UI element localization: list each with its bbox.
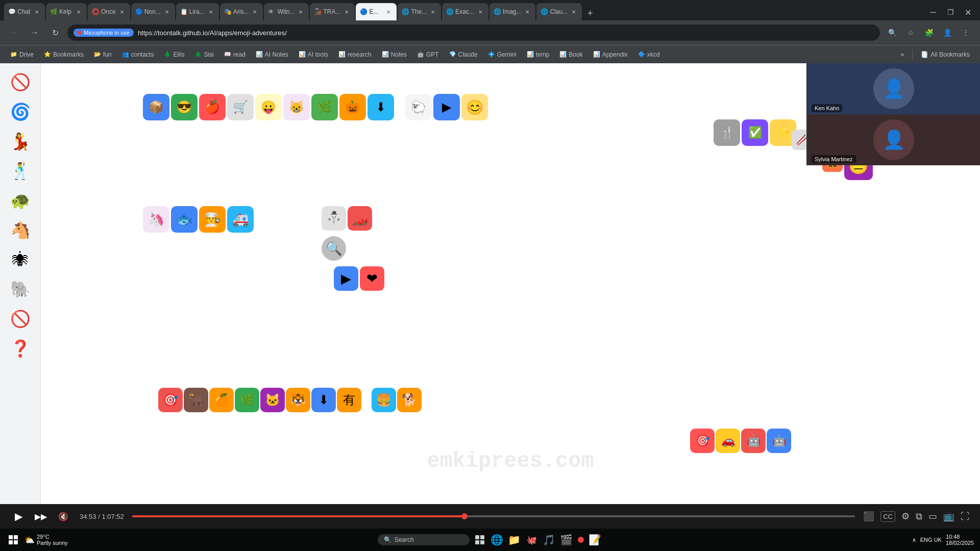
bookmark-read[interactable]: 📖 read	[220, 49, 250, 60]
app-icon-8[interactable]: 🎃	[339, 94, 366, 120]
taskbar-music[interactable]: 🎵	[542, 533, 556, 547]
mute-button[interactable]: 🔇	[55, 508, 71, 524]
bookmark-fun[interactable]: 📂 fun	[90, 49, 116, 60]
tab-aris[interactable]: 🎭 Aris... ✕	[220, 3, 263, 20]
app-icon-b9[interactable]: 🍔	[372, 388, 396, 412]
cc-button[interactable]: CC	[880, 511, 895, 522]
sidebar-elephant-icon[interactable]: 🐘	[8, 277, 33, 302]
app-icon-ur2[interactable]: ✅	[742, 119, 768, 146]
tab-imag[interactable]: 🌐 Imag... ✕	[489, 3, 536, 20]
taskbar-github[interactable]: 🐙	[525, 533, 539, 547]
app-icon-4[interactable]: 🛒	[227, 94, 254, 120]
back-button[interactable]: ←	[6, 24, 22, 41]
bookmark-book[interactable]: 📊 Book	[555, 49, 586, 60]
bookmark-notes[interactable]: 📊 Notes	[378, 49, 411, 60]
app-icon-b1[interactable]: 🎯	[158, 388, 183, 412]
app-icon-b3[interactable]: 🍊	[209, 388, 234, 412]
app-icon-ur1[interactable]: 🍴	[714, 119, 740, 146]
app-icon-ml4[interactable]: 🚑	[227, 206, 254, 233]
bookmark-research[interactable]: 📊 research	[334, 49, 376, 60]
weather-widget[interactable]: ⛅ 29°C Partly sunny	[24, 534, 68, 546]
bookmark-bookmarks[interactable]: ⭐ Bookmarks	[40, 49, 88, 60]
app-icon-b10[interactable]: 🐕	[397, 388, 422, 412]
app-icon-6[interactable]: 😸	[283, 94, 310, 120]
app-icon-3[interactable]: 🍎	[199, 94, 226, 120]
sidebar-dancer2-icon[interactable]: 🕺	[8, 158, 33, 184]
tab-close-clau[interactable]: ✕	[570, 8, 578, 16]
theater-button[interactable]: ▭	[928, 511, 937, 522]
progress-bar[interactable]	[132, 515, 855, 517]
app-icon-b2[interactable]: 🐂	[184, 388, 208, 412]
bookmark-sisi[interactable]: 🌲 Sisi	[190, 49, 217, 60]
tab-close-imag[interactable]: ✕	[523, 8, 531, 16]
web-content[interactable]: 📦 😎 🍎 🛒 😛 😸 🌿 🎃 ⬇ 🐑 ▶ 😊 🍴	[41, 63, 980, 504]
tab-close-tra[interactable]: ✕	[342, 8, 351, 16]
sidebar-turtle-icon[interactable]: 🐢	[8, 188, 33, 213]
app-icon-br4[interactable]: 🤖	[767, 429, 791, 453]
bookmarks-overflow-button[interactable]: »	[897, 49, 909, 60]
taskbar-explorer[interactable]: 📁	[507, 533, 522, 547]
bookmark-claude[interactable]: 💎 Claude	[445, 49, 482, 60]
app-icon-mc2[interactable]: 🏎️	[348, 206, 372, 231]
bookmark-ellis[interactable]: 🌲 Ellis	[160, 49, 188, 60]
address-bar[interactable]: Microphone in use https://toontalk.githu…	[67, 24, 880, 41]
app-icon-b6[interactable]: 🐯	[286, 388, 310, 412]
close-button[interactable]: ✕	[960, 4, 976, 20]
tab-active-e[interactable]: 🔵 E... ✕	[356, 3, 397, 20]
tab-close-lira[interactable]: ✕	[207, 8, 215, 16]
app-icon-mc4[interactable]: ▶	[334, 266, 358, 291]
tab-witn[interactable]: 👁 Witn... ✕	[264, 3, 309, 20]
sidebar-question-icon[interactable]: ❓	[8, 336, 33, 361]
fullscreen-button[interactable]: ⛶	[961, 511, 970, 522]
app-icon-11[interactable]: ▶	[433, 94, 460, 120]
task-view-button[interactable]	[473, 533, 487, 547]
app-icon-mc5[interactable]: ❤	[360, 266, 384, 291]
settings-media-button[interactable]: ⚙	[901, 511, 910, 522]
app-icon-9[interactable]: ⬇	[368, 94, 394, 120]
extension-icon[interactable]: 🧩	[921, 24, 937, 41]
app-icon-br2[interactable]: 🚗	[716, 429, 740, 453]
bookmark-temp[interactable]: 📊 temp	[523, 49, 554, 60]
play-button[interactable]: ▶	[10, 508, 27, 524]
pip-button[interactable]: ⧉	[916, 511, 922, 522]
sidebar-no-icon[interactable]: 🚫	[8, 69, 33, 95]
tab-close-e[interactable]: ✕	[384, 8, 393, 16]
bookmark-contacts[interactable]: 👥 contacts	[118, 49, 158, 60]
bookmark-star-icon[interactable]: ☆	[902, 24, 919, 41]
tab-close-once[interactable]: ✕	[118, 8, 126, 16]
app-icon-b7[interactable]: ⬇	[311, 388, 336, 412]
tab-close-chat[interactable]: ✕	[33, 8, 41, 16]
tab-close-witn[interactable]: ✕	[297, 8, 305, 16]
app-icon-1[interactable]: 📦	[143, 94, 169, 120]
search-icon[interactable]: 🔍	[884, 24, 900, 41]
app-icon-br1[interactable]: 🎯	[690, 429, 715, 453]
tab-close-the[interactable]: ✕	[429, 8, 437, 16]
app-icon-b4[interactable]: 🌿	[235, 388, 259, 412]
app-icon-b8[interactable]: 有	[337, 388, 361, 412]
tab-close-non[interactable]: ✕	[163, 8, 171, 16]
app-icon-br3[interactable]: 🤖	[741, 429, 766, 453]
progress-container[interactable]	[132, 515, 855, 517]
cast-button[interactable]: 📺	[943, 511, 954, 522]
tab-close-aris[interactable]: ✕	[251, 8, 259, 16]
tab-exac[interactable]: 🌐 Exac... ✕	[442, 3, 488, 20]
taskbar-word[interactable]: 📝	[588, 533, 602, 547]
taskbar-overflow[interactable]: ∧	[912, 537, 916, 543]
sidebar-spider-icon[interactable]: 🕷	[8, 247, 33, 272]
app-icon-7[interactable]: 🌿	[311, 94, 338, 120]
bookmark-aitools[interactable]: 📊 AI tools	[295, 49, 332, 60]
bookmark-gpt[interactable]: 🤖 GPT	[413, 49, 443, 60]
tab-close-kelp[interactable]: ✕	[75, 8, 83, 16]
app-icon-mc1[interactable]: ⛄	[322, 206, 346, 231]
tab-the[interactable]: 🌐 The... ✕	[398, 3, 441, 20]
bookmark-xkcd[interactable]: 🔷 xkcd	[634, 49, 664, 60]
tab-non[interactable]: 🔵 Non... ✕	[131, 3, 175, 20]
start-button[interactable]	[6, 533, 20, 547]
app-icon-ml1[interactable]: 🦄	[143, 206, 169, 233]
bookmark-all[interactable]: 📑 All Bookmarks	[917, 49, 974, 60]
app-icon-ml3[interactable]: 👨‍🍳	[199, 206, 226, 233]
sidebar-spiral-icon[interactable]: 🌀	[8, 99, 33, 124]
app-icon-5[interactable]: 😛	[255, 94, 282, 120]
minimize-button[interactable]: ─	[925, 4, 941, 20]
tab-lira[interactable]: 📋 Lira... ✕	[176, 3, 219, 20]
